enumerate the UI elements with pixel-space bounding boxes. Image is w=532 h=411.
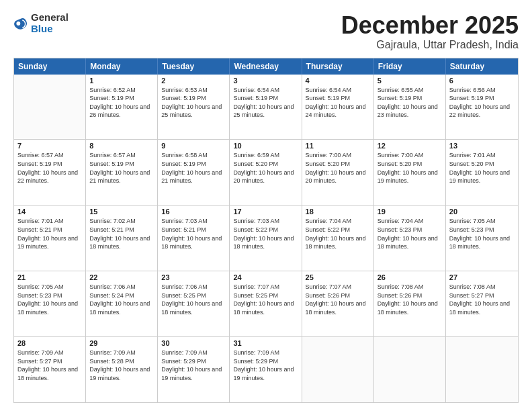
cell-info: Sunrise: 7:05 AMSunset: 5:23 PMDaylight:… xyxy=(17,283,82,316)
cell-date: 9 xyxy=(161,142,226,150)
page: General Blue December 2025 Gajraula, Utt… xyxy=(0,0,532,411)
month-title: December 2025 xyxy=(341,12,519,39)
cell-info: Sunrise: 6:58 AMSunset: 5:19 PMDaylight:… xyxy=(161,151,226,185)
cell-date: 27 xyxy=(449,273,515,281)
calendar-cell: 9Sunrise: 6:58 AMSunset: 5:19 PMDaylight… xyxy=(158,140,230,205)
cell-info: Sunrise: 7:09 AMSunset: 5:29 PMDaylight:… xyxy=(161,349,226,382)
calendar-cell: 21Sunrise: 7:05 AMSunset: 5:23 PMDayligh… xyxy=(14,271,86,336)
calendar-cell: 14Sunrise: 7:01 AMSunset: 5:21 PMDayligh… xyxy=(14,205,86,271)
cell-info: Sunrise: 7:04 AMSunset: 5:22 PMDaylight:… xyxy=(306,217,370,250)
cell-date: 25 xyxy=(306,273,370,281)
calendar-row-4: 21Sunrise: 7:05 AMSunset: 5:23 PMDayligh… xyxy=(14,271,518,337)
calendar-cell: 13Sunrise: 7:01 AMSunset: 5:20 PMDayligh… xyxy=(446,140,518,205)
calendar-cell: 29Sunrise: 7:09 AMSunset: 5:28 PMDayligh… xyxy=(86,337,158,402)
cell-date: 30 xyxy=(161,339,226,347)
calendar-cell: 4Sunrise: 6:54 AMSunset: 5:19 PMDaylight… xyxy=(302,75,374,140)
calendar-cell xyxy=(302,337,374,402)
calendar-cell: 15Sunrise: 7:02 AMSunset: 5:21 PMDayligh… xyxy=(86,205,158,271)
cell-date: 29 xyxy=(89,339,154,347)
svg-point-0 xyxy=(16,21,20,26)
cell-info: Sunrise: 7:03 AMSunset: 5:22 PMDaylight:… xyxy=(233,217,298,250)
calendar-cell: 30Sunrise: 7:09 AMSunset: 5:29 PMDayligh… xyxy=(158,337,230,402)
calendar-cell: 10Sunrise: 6:59 AMSunset: 5:20 PMDayligh… xyxy=(230,140,302,205)
cell-info: Sunrise: 7:04 AMSunset: 5:23 PMDaylight:… xyxy=(378,217,442,250)
calendar-row-5: 28Sunrise: 7:09 AMSunset: 5:27 PMDayligh… xyxy=(14,337,518,402)
cell-info: Sunrise: 7:07 AMSunset: 5:25 PMDaylight:… xyxy=(233,283,298,316)
cell-info: Sunrise: 7:09 AMSunset: 5:28 PMDaylight:… xyxy=(89,349,154,382)
cell-info: Sunrise: 6:53 AMSunset: 5:19 PMDaylight:… xyxy=(161,86,226,120)
header-day-wednesday: Wednesday xyxy=(230,58,302,75)
calendar-cell: 8Sunrise: 6:57 AMSunset: 5:19 PMDaylight… xyxy=(86,140,158,205)
calendar-cell: 31Sunrise: 7:09 AMSunset: 5:29 PMDayligh… xyxy=(230,337,302,402)
header-day-monday: Monday xyxy=(86,58,158,75)
header: General Blue December 2025 Gajraula, Utt… xyxy=(13,12,519,51)
cell-date: 20 xyxy=(449,208,515,216)
location-title: Gajraula, Uttar Pradesh, India xyxy=(341,39,519,51)
header-day-friday: Friday xyxy=(374,58,446,75)
cell-info: Sunrise: 7:03 AMSunset: 5:21 PMDaylight:… xyxy=(161,217,226,250)
cell-info: Sunrise: 7:00 AMSunset: 5:20 PMDaylight:… xyxy=(378,151,442,185)
calendar-row-2: 7Sunrise: 6:57 AMSunset: 5:19 PMDaylight… xyxy=(14,140,518,205)
cell-info: Sunrise: 7:01 AMSunset: 5:21 PMDaylight:… xyxy=(17,217,82,250)
cell-date: 22 xyxy=(89,273,154,281)
cell-date: 3 xyxy=(233,77,298,85)
calendar-cell: 27Sunrise: 7:08 AMSunset: 5:27 PMDayligh… xyxy=(446,271,518,336)
calendar-cell: 26Sunrise: 7:08 AMSunset: 5:26 PMDayligh… xyxy=(374,271,446,336)
cell-date: 11 xyxy=(306,142,370,150)
cell-date: 7 xyxy=(17,142,82,150)
calendar-cell: 17Sunrise: 7:03 AMSunset: 5:22 PMDayligh… xyxy=(230,205,302,271)
cell-date: 28 xyxy=(17,339,82,347)
calendar-cell: 28Sunrise: 7:09 AMSunset: 5:27 PMDayligh… xyxy=(14,337,86,402)
cell-date: 19 xyxy=(378,208,442,216)
calendar-cell: 18Sunrise: 7:04 AMSunset: 5:22 PMDayligh… xyxy=(302,205,374,271)
calendar-row-3: 14Sunrise: 7:01 AMSunset: 5:21 PMDayligh… xyxy=(14,205,518,271)
cell-date: 18 xyxy=(306,208,370,216)
calendar-cell xyxy=(374,337,446,402)
cell-info: Sunrise: 7:05 AMSunset: 5:23 PMDaylight:… xyxy=(449,217,515,250)
cell-info: Sunrise: 7:08 AMSunset: 5:27 PMDaylight:… xyxy=(449,283,515,316)
header-day-thursday: Thursday xyxy=(302,58,374,75)
calendar-cell: 24Sunrise: 7:07 AMSunset: 5:25 PMDayligh… xyxy=(230,271,302,336)
cell-info: Sunrise: 7:07 AMSunset: 5:26 PMDaylight:… xyxy=(306,283,370,316)
cell-info: Sunrise: 7:08 AMSunset: 5:26 PMDaylight:… xyxy=(378,283,442,316)
calendar-cell xyxy=(14,75,86,140)
cell-info: Sunrise: 7:00 AMSunset: 5:20 PMDaylight:… xyxy=(306,151,370,185)
cell-date: 1 xyxy=(89,77,154,85)
calendar-cell: 25Sunrise: 7:07 AMSunset: 5:26 PMDayligh… xyxy=(302,271,374,336)
header-day-tuesday: Tuesday xyxy=(158,58,230,75)
cell-info: Sunrise: 7:09 AMSunset: 5:27 PMDaylight:… xyxy=(17,349,82,382)
cell-date: 12 xyxy=(378,142,442,150)
cell-info: Sunrise: 7:06 AMSunset: 5:24 PMDaylight:… xyxy=(89,283,154,316)
cell-info: Sunrise: 7:01 AMSunset: 5:20 PMDaylight:… xyxy=(449,151,515,185)
calendar-cell: 1Sunrise: 6:52 AMSunset: 5:19 PMDaylight… xyxy=(86,75,158,140)
calendar: SundayMondayTuesdayWednesdayThursdayFrid… xyxy=(13,58,519,403)
logo-icon xyxy=(13,16,28,31)
cell-date: 17 xyxy=(233,208,298,216)
calendar-body: 1Sunrise: 6:52 AMSunset: 5:19 PMDaylight… xyxy=(14,75,518,402)
cell-info: Sunrise: 6:54 AMSunset: 5:19 PMDaylight:… xyxy=(233,86,298,120)
cell-info: Sunrise: 6:59 AMSunset: 5:20 PMDaylight:… xyxy=(233,151,298,185)
calendar-cell xyxy=(446,337,518,402)
cell-date: 13 xyxy=(449,142,515,150)
cell-date: 15 xyxy=(89,208,154,216)
cell-info: Sunrise: 6:54 AMSunset: 5:19 PMDaylight:… xyxy=(306,86,370,120)
calendar-cell: 23Sunrise: 7:06 AMSunset: 5:25 PMDayligh… xyxy=(158,271,230,336)
cell-info: Sunrise: 7:06 AMSunset: 5:25 PMDaylight:… xyxy=(161,283,226,316)
cell-date: 8 xyxy=(89,142,154,150)
calendar-cell: 11Sunrise: 7:00 AMSunset: 5:20 PMDayligh… xyxy=(302,140,374,205)
cell-date: 4 xyxy=(306,77,370,85)
cell-date: 5 xyxy=(378,77,442,85)
calendar-cell: 19Sunrise: 7:04 AMSunset: 5:23 PMDayligh… xyxy=(374,205,446,271)
cell-info: Sunrise: 6:57 AMSunset: 5:19 PMDaylight:… xyxy=(89,151,154,185)
cell-date: 31 xyxy=(233,339,298,347)
cell-date: 2 xyxy=(161,77,226,85)
cell-date: 21 xyxy=(17,273,82,281)
header-day-saturday: Saturday xyxy=(446,58,518,75)
calendar-cell: 20Sunrise: 7:05 AMSunset: 5:23 PMDayligh… xyxy=(446,205,518,271)
calendar-cell: 5Sunrise: 6:55 AMSunset: 5:19 PMDaylight… xyxy=(374,75,446,140)
calendar-cell: 16Sunrise: 7:03 AMSunset: 5:21 PMDayligh… xyxy=(158,205,230,271)
cell-date: 10 xyxy=(233,142,298,150)
logo-blue-text: Blue xyxy=(31,24,69,35)
logo-general-text: General xyxy=(31,12,69,24)
calendar-cell: 22Sunrise: 7:06 AMSunset: 5:24 PMDayligh… xyxy=(86,271,158,336)
